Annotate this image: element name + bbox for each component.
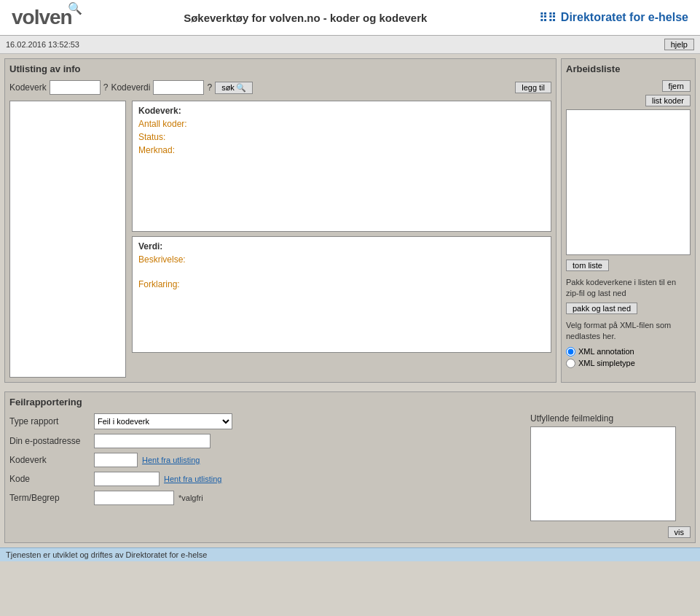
header: volven 🔍 Søkeverktøy for volven.no - kod…	[0, 0, 700, 36]
merknad-field: Merknad:	[138, 145, 545, 155]
search-icon: 🔍	[68, 1, 82, 15]
feil-content: Type rapport Feil i kodeverk Annen type …	[9, 413, 691, 538]
footer: Tjenesten er utviklet og driftes av Dire…	[0, 547, 700, 561]
kodeverdi-question-icon[interactable]: ?	[207, 82, 212, 93]
feil-right: Utfyllende feilmelding vis	[530, 413, 691, 538]
arbeidsliste-title: Arbeidsliste	[566, 63, 691, 74]
main-content: Utlisting av info Kodeverk ? Kodeverdi ?…	[0, 54, 700, 387]
kodeverdi-label: Kodeverdi	[111, 82, 150, 93]
verdi-title: Verdi:	[138, 241, 545, 252]
xml-format-text: Velg format på XML-filen som nedlastes h…	[566, 320, 691, 343]
epost-input[interactable]	[94, 434, 211, 448]
org-dots-icon: ⠿⠿	[539, 11, 557, 25]
arbeidsliste-panel: Arbeidsliste fjern list koder tom liste …	[561, 58, 696, 383]
kodeverk-info-title: Kodeverk:	[138, 106, 545, 116]
term-input[interactable]	[94, 491, 174, 505]
search-row: Kodeverk ? Kodeverdi ? søk 🔍 legg til	[9, 80, 551, 95]
arbeidsliste-top-buttons: fjern	[566, 80, 691, 92]
right-info: Kodeverk: Antall koder: Status: Merknad:…	[132, 101, 551, 378]
feil-left: Type rapport Feil i kodeverk Annen type …	[9, 413, 519, 538]
xml-simpletype-option[interactable]: XML simpletype	[566, 359, 691, 368]
arbeidsliste-list[interactable]	[566, 109, 691, 255]
utfyllende-label: Utfyllende feilmelding	[530, 413, 691, 424]
kodeverk-question-icon[interactable]: ?	[103, 82, 109, 93]
kodeverk-label: Kodeverk	[9, 82, 47, 93]
feil-kodeverk-label: Kodeverk	[9, 455, 90, 465]
type-rapport-row: Type rapport Feil i kodeverk Annen type	[9, 413, 519, 429]
utlisting-title: Utlisting av info	[9, 63, 551, 74]
kodeverk-info-box: Kodeverk: Antall koder: Status: Merknad:	[132, 101, 551, 232]
kodeverdi-input[interactable]	[153, 80, 204, 95]
sok-button[interactable]: søk 🔍	[215, 82, 253, 94]
list-koder-button[interactable]: list koder	[645, 95, 691, 106]
epost-row: Din e-postadresse	[9, 434, 519, 448]
utlisting-panel: Utlisting av info Kodeverk ? Kodeverdi ?…	[4, 58, 557, 383]
timestamp-bar: 16.02.2016 13:52:53 hjelp	[0, 36, 700, 54]
pack-text: Pakk kodeverkene i listen til en zip-fil…	[566, 277, 691, 300]
utfyllende-textarea[interactable]	[530, 426, 676, 521]
verdi-box: Verdi: Beskrivelse: Forklaring:	[132, 236, 551, 353]
info-display: Kodeverk: Antall koder: Status: Merknad:…	[9, 101, 551, 378]
epost-label: Din e-postadresse	[9, 436, 90, 446]
kode-input[interactable]	[94, 472, 160, 486]
feil-kodeverk-input[interactable]	[94, 453, 138, 467]
header-org: ⠿⠿ Direktoratet for e-helse	[539, 11, 688, 25]
feil-kodeverk-row: Kodeverk Hent fra utlisting	[9, 453, 519, 467]
hjelp-button[interactable]: hjelp	[664, 39, 694, 50]
kode-label: Kode	[9, 474, 90, 484]
status-field: Status:	[138, 132, 545, 142]
feilrapportering-section: Feilrapportering Type rapport Feil i kod…	[4, 391, 696, 543]
header-title: Søkeverktøy for volven.no - koder og kod…	[184, 10, 427, 26]
term-row: Term/Begrep *valgfri	[9, 491, 519, 505]
xml-simpletype-radio[interactable]	[566, 359, 575, 368]
xml-annotation-option[interactable]: XML annotation	[566, 347, 691, 356]
forklaring-field: Forklaring:	[138, 279, 545, 289]
search-icon: 🔍	[236, 83, 246, 93]
hent-kodeverk-link[interactable]: Hent fra utlisting	[142, 456, 200, 464]
xml-annotation-label: XML annotation	[578, 347, 634, 356]
timestamp: 16.02.2016 13:52:53	[6, 40, 79, 49]
vis-button[interactable]: vis	[668, 526, 691, 538]
kode-row: Kode Hent fra utlisting	[9, 472, 519, 486]
pakk-button[interactable]: pakk og last ned	[566, 303, 637, 314]
type-rapport-select[interactable]: Feil i kodeverk Annen type	[94, 413, 232, 429]
antall-koder-field: Antall koder:	[138, 119, 545, 129]
valgfri-label: *valgfri	[178, 494, 203, 502]
logo: volven 🔍	[12, 6, 72, 29]
beskrivelse-field: Beskrivelse:	[138, 254, 545, 265]
kodeverk-input[interactable]	[50, 80, 101, 95]
term-label: Term/Begrep	[9, 493, 90, 503]
footer-text: Tjenesten er utviklet og driftes av Dire…	[6, 550, 207, 559]
tom-liste-button[interactable]: tom liste	[566, 260, 609, 271]
legg-til-button[interactable]: legg til	[515, 82, 551, 93]
kodeverk-list[interactable]	[9, 101, 126, 378]
xml-annotation-radio[interactable]	[566, 347, 575, 356]
xml-simpletype-label: XML simpletype	[578, 359, 635, 367]
feil-title: Feilrapportering	[9, 397, 691, 408]
type-rapport-label: Type rapport	[9, 416, 90, 426]
fjern-button[interactable]: fjern	[662, 80, 691, 92]
hent-kode-link[interactable]: Hent fra utlisting	[164, 475, 221, 483]
logo-area: volven 🔍	[12, 6, 72, 29]
